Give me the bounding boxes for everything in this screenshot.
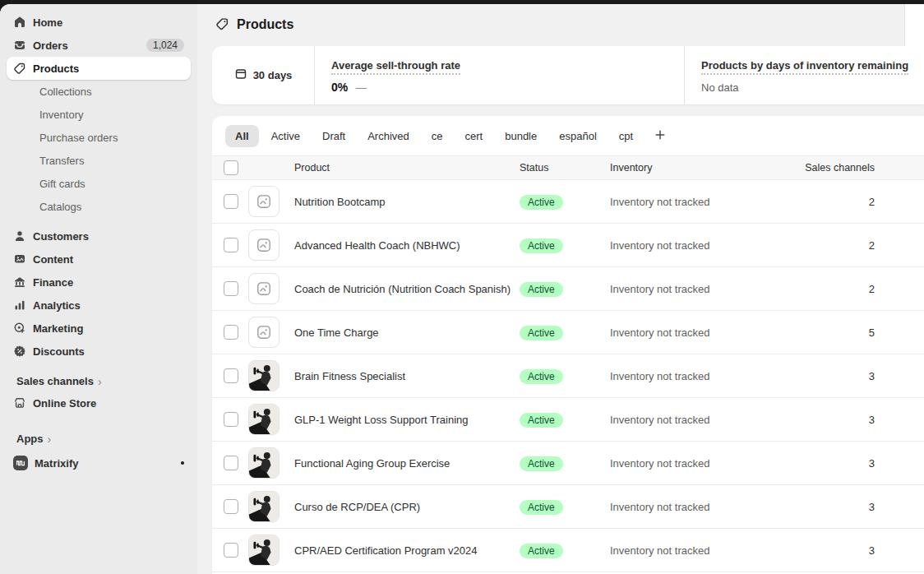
sidebar-item-label: Home xyxy=(33,16,62,29)
inventory-status: Inventory not tracked xyxy=(610,326,801,339)
table-row[interactable]: Functional Aging Group Exercise Active I… xyxy=(212,442,924,485)
status-badge: Active xyxy=(520,413,563,428)
status-badge: Active xyxy=(520,195,563,210)
sidebar-item-transfers[interactable]: Transfers xyxy=(7,149,191,172)
page-title: Products xyxy=(215,17,293,32)
tab-cert[interactable]: cert xyxy=(455,125,493,147)
sidebar: Home Orders 1,024 Products Collections I… xyxy=(0,4,197,574)
sidebar-item-analytics[interactable]: Analytics xyxy=(7,294,191,317)
table-row[interactable]: GLP-1 Weight Loss Support Training Activ… xyxy=(212,398,924,442)
product-name-link[interactable]: One Time Charge xyxy=(294,326,520,339)
sales-channels-count: 2 xyxy=(801,196,875,208)
product-name-link[interactable]: Curso de RCP/DEA (CPR) xyxy=(294,501,520,513)
product-thumbnail xyxy=(248,186,280,217)
days-inventory-label[interactable]: Products by days of inventory remaining xyxy=(701,59,908,75)
table-row[interactable]: Brain Fitness Specialist Active Inventor… xyxy=(212,354,924,398)
sales-channels-count: 3 xyxy=(801,414,875,426)
date-range-button[interactable]: 30 days xyxy=(212,46,315,104)
row-checkbox[interactable] xyxy=(224,368,238,383)
inventory-status: Inventory not tracked xyxy=(610,544,801,557)
sidebar-item-matrixify[interactable]: Matrixify xyxy=(7,451,191,474)
sales-channels-count: 2 xyxy=(801,283,875,295)
status-cell: Active xyxy=(520,325,610,340)
product-name-link[interactable]: CPR/AED Certification Program v2024 xyxy=(294,544,520,557)
tab-active[interactable]: Active xyxy=(261,125,310,147)
row-checkbox[interactable] xyxy=(224,281,238,296)
status-badge: Active xyxy=(520,544,563,558)
sales-channels-count: 5 xyxy=(801,326,875,339)
row-checkbox[interactable] xyxy=(224,456,238,470)
product-name-link[interactable]: Functional Aging Group Exercise xyxy=(294,457,520,470)
apps-heading[interactable]: Apps › xyxy=(16,433,181,445)
calendar-icon xyxy=(234,67,247,83)
inventory-status: Inventory not tracked xyxy=(610,196,801,208)
product-name-link[interactable]: GLP-1 Weight Loss Support Training xyxy=(294,414,520,426)
date-range-label: 30 days xyxy=(253,69,293,81)
tab-ce[interactable]: ce xyxy=(422,125,453,147)
sell-through-label[interactable]: Average sell-through rate xyxy=(331,59,460,75)
sidebar-item-label: Orders xyxy=(33,39,68,52)
status-cell: Active xyxy=(520,238,610,253)
product-name-link[interactable]: Brain Fitness Specialist xyxy=(294,370,520,382)
tab-espa-ol[interactable]: español xyxy=(549,125,607,147)
row-checkbox[interactable] xyxy=(224,543,238,558)
product-thumbnail xyxy=(248,273,280,304)
select-all-checkbox[interactable] xyxy=(224,160,238,175)
tab-bundle[interactable]: bundle xyxy=(495,125,547,147)
sidebar-item-products[interactable]: Products xyxy=(7,57,191,80)
page-title-text: Products xyxy=(237,17,293,32)
product-name-link[interactable]: Nutrition Bootcamp xyxy=(294,196,520,208)
table-row[interactable]: CPR/AED Certification Program v2024 Acti… xyxy=(212,529,924,572)
admin-window: Home Orders 1,024 Products Collections I… xyxy=(0,4,924,574)
sidebar-item-label: Finance xyxy=(33,276,73,289)
apps-label: Apps xyxy=(16,433,44,445)
sidebar-item-icon xyxy=(13,229,26,243)
sidebar-item-inventory[interactable]: Inventory xyxy=(7,103,191,126)
row-checkbox[interactable] xyxy=(224,238,238,252)
sales-channels-heading[interactable]: Sales channels › xyxy=(16,375,181,387)
sidebar-item-label: Collections xyxy=(39,86,92,98)
sidebar-item-collections[interactable]: Collections xyxy=(7,80,191,103)
table-row[interactable]: Coach de Nutrición (Nutrition Coach Span… xyxy=(212,267,924,311)
sidebar-item-catalogs[interactable]: Catalogs xyxy=(7,195,191,218)
sidebar-item-marketing[interactable]: Marketing xyxy=(7,317,191,340)
sidebar-item-finance[interactable]: Finance xyxy=(7,271,191,294)
status-cell: Active xyxy=(520,194,610,210)
sidebar-item-content[interactable]: Content xyxy=(7,248,191,271)
sidebar-item-orders[interactable]: Orders 1,024 xyxy=(7,34,191,57)
add-view-button[interactable] xyxy=(645,125,675,147)
inventory-status: Inventory not tracked xyxy=(610,283,801,295)
sidebar-item-label: Analytics xyxy=(33,299,81,312)
inventory-status: Inventory not tracked xyxy=(610,457,801,470)
product-list-card: All Active Draft Archived ce cert bundle… xyxy=(212,116,924,574)
sidebar-item-gift-cards[interactable]: Gift cards xyxy=(7,172,191,195)
tab-cpt[interactable]: cpt xyxy=(609,125,643,147)
row-checkbox[interactable] xyxy=(224,412,238,427)
table-row[interactable]: Curso de RCP/DEA (CPR) Active Inventory … xyxy=(212,485,924,529)
sidebar-item-purchase-orders[interactable]: Purchase orders xyxy=(7,126,191,149)
sidebar-item-home[interactable]: Home xyxy=(7,11,191,34)
sidebar-item-customers[interactable]: Customers xyxy=(7,225,191,248)
status-cell: Active xyxy=(520,543,610,558)
status-cell: Active xyxy=(520,412,610,428)
table-row[interactable]: Advanced Health Coach (NBHWC) Active Inv… xyxy=(212,224,924,267)
table-row[interactable]: Nutrition Bootcamp Active Inventory not … xyxy=(212,180,924,224)
tab-all[interactable]: All xyxy=(225,125,259,147)
sell-through-trend: — xyxy=(356,81,367,94)
matrixify-label: Matrixify xyxy=(35,457,78,470)
row-checkbox[interactable] xyxy=(224,499,238,514)
sidebar-item-online-store[interactable]: Online Store xyxy=(7,391,191,414)
sidebar-item-icon xyxy=(13,39,26,52)
sidebar-item-label: Discounts xyxy=(33,345,85,358)
product-name-link[interactable]: Coach de Nutrición (Nutrition Coach Span… xyxy=(294,283,520,295)
row-checkbox[interactable] xyxy=(224,325,238,340)
sales-channels-count: 3 xyxy=(801,370,875,382)
sidebar-item-icon xyxy=(13,62,26,75)
sidebar-item-discounts[interactable]: Discounts xyxy=(7,340,191,363)
product-name-link[interactable]: Advanced Health Coach (NBHWC) xyxy=(294,239,520,252)
table-row[interactable]: One Time Charge Active Inventory not tra… xyxy=(212,311,924,354)
tab-archived[interactable]: Archived xyxy=(358,125,419,147)
tab-draft[interactable]: Draft xyxy=(312,125,355,147)
row-checkbox[interactable] xyxy=(224,194,238,209)
sidebar-item-label: Marketing xyxy=(33,322,83,335)
